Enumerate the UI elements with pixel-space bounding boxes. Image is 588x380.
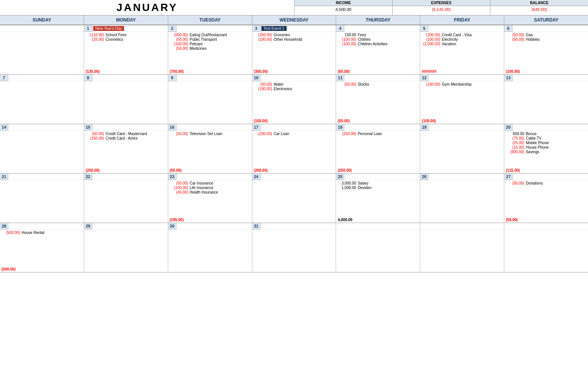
entry-label: House Rental	[21, 231, 45, 235]
day-cell-w4-d2: 22	[84, 174, 168, 223]
entry-row: 1,000.00Deviden	[337, 186, 419, 190]
entry-row: (100.00)Electricity	[421, 37, 503, 42]
entry-row: (1,000.00)Vacation	[421, 42, 503, 46]
day-header: 11	[336, 75, 420, 82]
day-entries: (50.00)Stocks	[336, 82, 420, 88]
entry-label: Hobbies	[526, 37, 540, 42]
day-number: 28	[0, 223, 8, 229]
day-cell-w4-d6: 26	[420, 174, 504, 223]
entry-amount: (45.00)	[169, 190, 190, 194]
day-cell-w3-d2: 15(50.00)Credit Card - Mastercard(150.00…	[84, 124, 168, 173]
entry-amount: (100.00)	[253, 87, 274, 91]
entry-label: Credit Card - Amex	[106, 136, 138, 140]
day-header: 24	[252, 174, 336, 180]
day-cell-w1-d3: 2(500.00)Eating Out/Restaurant(50.00)Pub…	[168, 25, 252, 74]
income-value: 4,500.00	[295, 6, 392, 13]
entry-amount: (50.00)	[169, 132, 190, 136]
day-cell-w2-d6: 12(100.00)Gym Membership(100.00)	[420, 75, 504, 124]
day-header: 13	[504, 75, 588, 82]
dow-tuesday: TUESDAY	[168, 15, 252, 25]
day-cell-w2-d7: 13	[504, 75, 588, 124]
day-number: 8	[84, 75, 92, 81]
day-total: (50.00)	[504, 218, 588, 222]
day-total: (135.00)	[84, 69, 168, 74]
day-number: 9	[168, 75, 177, 81]
entry-row: (100.00)Electronics	[253, 87, 335, 91]
day-cell-w1-d7: 6(50.00)Gas(50.00)Hobbies(100.00)	[504, 25, 588, 74]
entry-label: Salary	[358, 181, 368, 185]
day-cell-w3-d1: 14	[0, 124, 84, 173]
day-cell-w5-d3: 30	[168, 223, 252, 272]
calendar-body: 1New Year's Day(110.00)School Fees(25.00…	[0, 25, 588, 272]
entry-amount: (500.00)	[505, 150, 526, 154]
entry-label: Clothes	[358, 37, 370, 42]
expenses-cell: EXPENSES (5,145.00)	[392, 0, 490, 15]
entry-row: (50.00)Public Transport	[169, 37, 251, 42]
day-header: 27	[504, 174, 588, 180]
entry-label: Health Insurance	[190, 190, 218, 194]
entry-amount: (100.00)	[421, 82, 442, 86]
day-total: (100.00)	[420, 119, 504, 123]
entry-label: School Fees	[106, 33, 127, 37]
day-entries: 150.00Fees(100.00)Clothes(100.00)Childre…	[336, 32, 420, 47]
entry-label: Bonus	[526, 132, 536, 136]
entry-amount: (25.00)	[85, 37, 106, 42]
day-number: 18	[336, 124, 344, 131]
day-number: 7	[0, 75, 8, 81]
day-number: 23	[168, 174, 177, 180]
entry-row: (15.00)House Phone	[505, 145, 587, 149]
entry-label: Gym Membership	[442, 82, 471, 86]
day-header	[504, 223, 588, 230]
entry-row: 3,000.00Salary	[337, 181, 419, 185]
entry-row: (200.00)Credit Card - Visa	[421, 33, 503, 37]
dow-thursday: THURSDAY	[336, 15, 420, 25]
entry-row: (50.00)Gas	[505, 33, 587, 37]
day-number: 19	[420, 124, 428, 131]
day-total: (250.00)	[336, 168, 420, 172]
day-entries: (250.00)Personal Loan	[336, 131, 420, 137]
day-header: 14	[0, 124, 84, 131]
entry-amount: (1,000.00)	[421, 42, 442, 46]
entry-amount: 1,000.00	[337, 186, 358, 190]
week-2: 78910(50.00)Water(100.00)Electronics(150…	[0, 75, 588, 124]
entry-row: (45.00)Health Insurance	[169, 190, 251, 194]
entry-label: Car Loan	[274, 132, 289, 136]
day-total: (350.00)	[252, 69, 336, 74]
calendar-header: SUNDAY MONDAY TUESDAY WEDNESDAY THURSDAY…	[0, 15, 588, 25]
entry-row: (50.00)Car Insurance	[169, 181, 251, 185]
week-1: 1New Year's Day(110.00)School Fees(25.00…	[0, 25, 588, 75]
entry-amount: 150.00	[337, 33, 358, 37]
day-cell-w2-d2: 8	[84, 75, 168, 124]
entry-amount: (100.00)	[337, 42, 358, 46]
entry-row: (500.00)Savings	[505, 150, 587, 154]
day-number: 30	[168, 223, 177, 229]
entry-row: (250.00)Personal Loan	[337, 132, 419, 136]
entry-amount: (110.00)	[85, 33, 106, 37]
day-entries: (50.00)Car Insurance(100.00)Life Insuran…	[168, 180, 252, 195]
entry-label: Eating Out/Restaurant	[190, 33, 227, 37]
entry-label: Television Set Loan	[190, 132, 223, 136]
day-header: 12	[420, 75, 504, 82]
entry-label: Water	[274, 82, 284, 86]
entry-amount: (100.00)	[337, 37, 358, 42]
day-header: 6	[504, 25, 588, 32]
day-cell-w4-d4: 24	[252, 174, 336, 223]
entry-amount: (50.00)	[169, 37, 190, 42]
entry-row: (100.00)Children Activities	[337, 42, 419, 46]
entry-row: (50.00)Donations	[505, 181, 587, 185]
calendar-title: JANUARY	[0, 0, 294, 15]
day-header: 22	[84, 174, 168, 180]
entry-row: (250.00)Groceries	[253, 33, 335, 37]
day-cell-w1-d4: 3Test Event 1(250.00)Groceries(100.00)Ot…	[252, 25, 336, 74]
entry-label: Medicines	[190, 46, 207, 51]
day-number: 31	[252, 223, 261, 229]
day-header: 9	[168, 75, 252, 82]
entry-amount: (100.00)	[421, 37, 442, 42]
day-cell-w2-d3: 9	[168, 75, 252, 124]
entry-row: (150.00)Credit Card - Amex	[85, 136, 167, 140]
day-total: (500.00)	[0, 267, 84, 271]
entry-row: (50.00)Stocks	[337, 82, 419, 86]
entry-row: (200.00)Car Loan	[253, 132, 335, 136]
event-badge: New Year's Day	[93, 26, 124, 31]
dow-friday: FRIDAY	[420, 15, 504, 25]
